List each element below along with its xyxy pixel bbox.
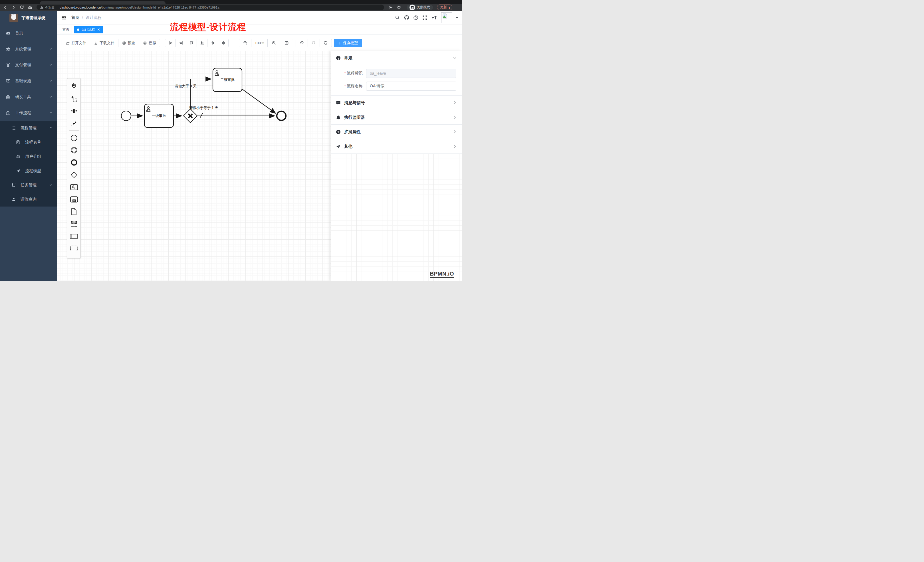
section-extension-properties: 扩展属性 (331, 125, 462, 139)
security-label[interactable]: 不安全 (45, 5, 54, 9)
security-warning-icon[interactable] (40, 5, 44, 9)
address-bar[interactable]: 不安全 dashboard.yudao.iocoder.cn/bpm/manag… (36, 4, 384, 10)
sidebar-item-infra[interactable]: 基础设施 (0, 73, 57, 89)
zoom-in-button[interactable] (267, 39, 280, 47)
sidebar-item-leave-query[interactable]: 请假查询 (0, 192, 57, 207)
main-area: 首页 / 设计流程 (57, 11, 462, 281)
sidebar-item-devtools[interactable]: 研发工具 (0, 89, 57, 105)
sidebar-item-label: 流程模型 (25, 168, 52, 174)
sidebar-item-label: 用户分组 (25, 154, 52, 159)
tag-home[interactable]: 首页 (60, 26, 72, 33)
undo-button[interactable] (296, 39, 308, 47)
sidebar-item-process-form[interactable]: 流程表单 (0, 135, 57, 150)
reload-button[interactable] (18, 4, 25, 10)
reset-zoom-button[interactable] (280, 39, 293, 47)
chevron-right-icon (453, 144, 457, 148)
github-icon[interactable] (404, 15, 409, 20)
bookmark-star-icon[interactable] (396, 4, 402, 10)
sidebar-item-process-model[interactable]: 流程模型 (0, 164, 57, 178)
dashboard-icon (6, 31, 10, 36)
user-task-second-approval[interactable]: 二级审批 (213, 68, 242, 91)
start-event[interactable] (121, 111, 131, 121)
general-fields: *流程标识 *流程名称 (331, 65, 462, 95)
update-label[interactable]: 更新 (440, 5, 447, 10)
user-icon (11, 197, 16, 202)
toolbox-icon (6, 95, 10, 100)
caret-down-icon[interactable] (455, 16, 459, 19)
refresh-button[interactable] (320, 39, 332, 47)
browser-actions: 无痕模式 更新 (387, 4, 452, 10)
sidebar-item-label: 任务管理 (21, 183, 49, 188)
sidebar-item-process-mgmt[interactable]: 流程管理 (0, 121, 57, 135)
edge-label-gt3[interactable]: 请假大于 3 天 (175, 84, 196, 88)
exclusive-gateway[interactable] (183, 109, 197, 123)
tag-close-icon[interactable] (97, 28, 100, 31)
section-extension-header[interactable]: 扩展属性 (331, 125, 462, 139)
create-participant[interactable] (68, 230, 80, 242)
simulate-button[interactable]: 模拟 (139, 39, 160, 47)
flow-task2-to-end[interactable] (242, 89, 276, 114)
font-size-icon[interactable] (432, 15, 437, 20)
search-icon[interactable] (395, 15, 400, 20)
button-label: 预览 (128, 40, 135, 46)
forward-button[interactable] (10, 4, 16, 10)
end-event[interactable] (277, 111, 286, 120)
help-icon[interactable] (413, 15, 418, 20)
button-label: 保存模型 (343, 40, 358, 46)
app-logo-row[interactable]: 芋道管理系统 (0, 11, 57, 25)
back-button[interactable] (2, 4, 8, 10)
user-task-first-approval[interactable]: 一级审批 (144, 104, 174, 127)
sidebar-item-system[interactable]: 系统管理 (0, 41, 57, 57)
flow-gateway-to-task2[interactable] (190, 79, 212, 109)
fullscreen-icon[interactable] (422, 15, 428, 20)
bpmn-io-watermark[interactable]: BPMN.iO (430, 271, 454, 278)
navbar-actions (395, 11, 459, 24)
open-file-button[interactable]: 打开文件 (62, 39, 90, 47)
section-execution-listener: 执行监听器 (331, 110, 462, 125)
tag-active-dot (77, 28, 80, 31)
send-plane-icon (336, 144, 341, 149)
password-key-icon[interactable] (387, 4, 394, 10)
zoom-out-button[interactable] (239, 39, 251, 47)
section-listener-header[interactable]: 执行监听器 (331, 110, 462, 124)
process-key-input[interactable] (366, 69, 456, 78)
url-host[interactable]: dashboard.yudao.iocoder.cn (60, 6, 101, 9)
browser-menu-icon[interactable] (449, 6, 450, 9)
align-top-button[interactable] (186, 39, 197, 47)
edge-label-le1[interactable]: 请假小于等于 1 天 (189, 106, 218, 110)
collapse-sidebar-icon[interactable] (62, 15, 66, 20)
sidebar-item-label: 系统管理 (15, 46, 49, 52)
sidebar-item-workflow[interactable]: 工作流程 (0, 105, 57, 121)
preview-button[interactable]: 预览 (118, 39, 139, 47)
designer-toolbar: 打开文件 下载文件 预览 (57, 35, 462, 51)
section-general-header[interactable]: 常规 (331, 51, 462, 65)
home-button[interactable] (27, 4, 33, 10)
section-title: 其他 (344, 144, 453, 149)
breadcrumb-home[interactable]: 首页 (71, 15, 80, 20)
create-group[interactable] (68, 242, 80, 255)
align-vertical-center-button[interactable] (207, 39, 218, 47)
sidebar-item-payment[interactable]: 支付管理 (0, 57, 57, 73)
update-button[interactable]: 更新 (437, 4, 452, 10)
align-bottom-button[interactable] (196, 39, 207, 47)
tag-design-process[interactable]: 设计流程 (74, 26, 103, 33)
align-horizontal-center-button[interactable] (218, 39, 229, 47)
avatar[interactable] (441, 12, 452, 23)
gear-icon (6, 47, 10, 52)
sidebar-item-task-mgmt[interactable]: 任务管理 (0, 178, 57, 192)
workflow-submenu: 流程管理 流程表单 用户分组 流程模 (0, 121, 57, 207)
button-label: 模拟 (148, 40, 156, 46)
sidebar-item-user-group[interactable]: 用户分组 (0, 150, 57, 164)
process-name-input[interactable] (366, 82, 456, 91)
align-right-button[interactable] (176, 39, 186, 47)
section-message-header[interactable]: 消息与信号 (331, 96, 462, 110)
section-other-header[interactable]: 其他 (331, 139, 462, 153)
redo-button[interactable] (308, 39, 320, 47)
align-left-button[interactable] (165, 39, 176, 47)
sidebar-item-home[interactable]: 首页 (0, 25, 57, 41)
bpmn-diagram: 一级审批 (57, 51, 342, 222)
url-path[interactable]: /bpm/manager/model/design?modelId=e4a1a1… (101, 6, 219, 9)
browser-active-tab[interactable] (40, 1, 165, 4)
save-model-button[interactable]: 保存模型 (334, 39, 362, 47)
download-file-button[interactable]: 下载文件 (90, 39, 118, 47)
